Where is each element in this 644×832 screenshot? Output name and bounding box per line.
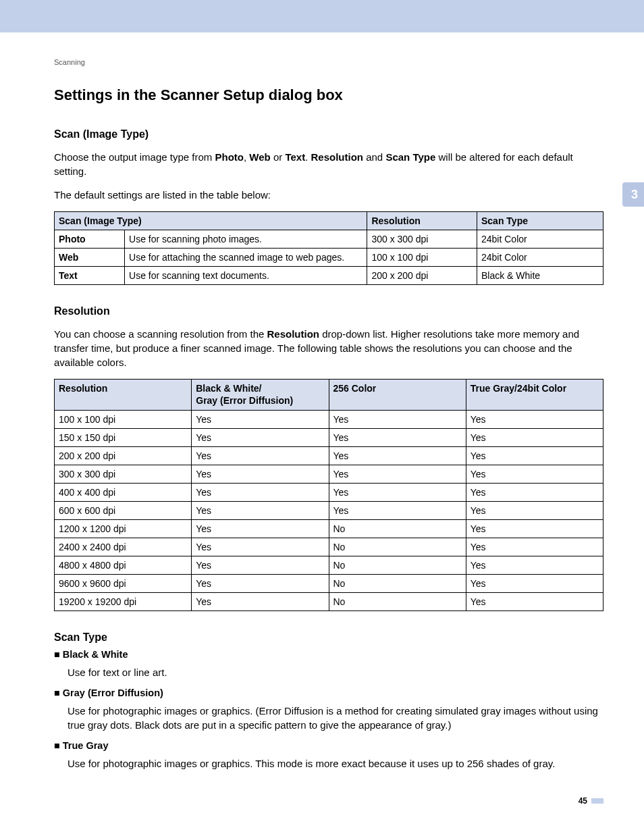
header-bar bbox=[0, 0, 644, 32]
cell: 4800 x 4800 dpi bbox=[55, 556, 192, 575]
text: Choose the output image type from bbox=[54, 151, 215, 163]
cell: Yes bbox=[466, 593, 603, 611]
page-title: Settings in the Scanner Setup dialog box bbox=[54, 86, 603, 104]
table-row: Text Use for scanning text documents. 20… bbox=[55, 267, 603, 285]
text-bold: Resolution bbox=[311, 151, 364, 163]
list-item: Black & WhiteUse for text or line art. bbox=[54, 649, 603, 679]
cell: 100 x 100 dpi bbox=[55, 411, 192, 429]
text: or bbox=[271, 151, 286, 163]
cell: No bbox=[329, 556, 466, 575]
th-bw-gray: Black & White/ Gray (Error Diffusion) bbox=[192, 380, 329, 411]
cell: 24bit Color bbox=[477, 230, 603, 249]
cell: Yes bbox=[329, 447, 466, 465]
scan-type-list: Black & WhiteUse for text or line art.Gr… bbox=[54, 649, 603, 771]
th-resolution: Resolution bbox=[55, 380, 192, 411]
cell: Yes bbox=[329, 429, 466, 447]
table-row: Web Use for attaching the scanned image … bbox=[55, 249, 603, 267]
cell: Yes bbox=[329, 465, 466, 484]
table-row: 4800 x 4800 dpiYesNoYes bbox=[55, 556, 603, 575]
text: and bbox=[363, 151, 385, 163]
cell: Yes bbox=[192, 575, 329, 593]
text-bold: Text bbox=[285, 151, 305, 163]
cell: Yes bbox=[192, 502, 329, 520]
cell: 1200 x 1200 dpi bbox=[55, 520, 192, 538]
cell: No bbox=[329, 538, 466, 556]
cell: Black & White bbox=[477, 267, 603, 285]
table-row: 600 x 600 dpiYesYesYes bbox=[55, 502, 603, 520]
cell: Yes bbox=[329, 502, 466, 520]
table-row: 1200 x 1200 dpiYesNoYes bbox=[55, 520, 603, 538]
cell: Yes bbox=[466, 520, 603, 538]
page-number: 45 bbox=[579, 796, 587, 806]
cell: 24bit Color bbox=[477, 249, 603, 267]
cell: Yes bbox=[192, 593, 329, 611]
table-row: 200 x 200 dpiYesYesYes bbox=[55, 447, 603, 465]
cell: Text bbox=[55, 267, 125, 285]
list-item-label: True Gray bbox=[54, 740, 603, 751]
cell: Yes bbox=[466, 538, 603, 556]
chapter-tab: 3 bbox=[622, 182, 644, 207]
scan-image-type-intro-1: Choose the output image type from Photo,… bbox=[54, 150, 603, 178]
table-row: Photo Use for scanning photo images. 300… bbox=[55, 230, 603, 249]
cell: Yes bbox=[466, 484, 603, 502]
cell: 200 x 200 dpi bbox=[367, 267, 477, 285]
text: Gray (Error Diffusion) bbox=[196, 395, 293, 406]
cell: 300 x 300 dpi bbox=[55, 465, 192, 484]
cell: Use for attaching the scanned image to w… bbox=[125, 249, 367, 267]
text-bold: Photo bbox=[215, 151, 244, 163]
cell: Web bbox=[55, 249, 125, 267]
cell: Yes bbox=[329, 484, 466, 502]
resolution-intro: You can choose a scanning resolution fro… bbox=[54, 327, 603, 369]
cell: Yes bbox=[466, 502, 603, 520]
cell: 2400 x 2400 dpi bbox=[55, 538, 192, 556]
page-number-mark-icon bbox=[591, 798, 603, 804]
cell: Yes bbox=[192, 447, 329, 465]
table-row: 2400 x 2400 dpiYesNoYes bbox=[55, 538, 603, 556]
text: You can choose a scanning resolution fro… bbox=[54, 328, 267, 340]
cell: Use for scanning text documents. bbox=[125, 267, 367, 285]
table-row: 9600 x 9600 dpiYesNoYes bbox=[55, 575, 603, 593]
cell: Yes bbox=[466, 575, 603, 593]
th-resolution: Resolution bbox=[367, 212, 477, 230]
list-item-label: Black & White bbox=[54, 649, 603, 660]
section-scan-type-heading: Scan Type bbox=[54, 631, 603, 644]
text: Black & White/ bbox=[196, 383, 261, 394]
cell: 600 x 600 dpi bbox=[55, 502, 192, 520]
cell: Use for scanning photo images. bbox=[125, 230, 367, 249]
cell: Yes bbox=[329, 411, 466, 429]
section-resolution-heading: Resolution bbox=[54, 305, 603, 317]
cell: Yes bbox=[192, 484, 329, 502]
cell: Photo bbox=[55, 230, 125, 249]
text-bold: Resolution bbox=[267, 328, 319, 340]
scan-image-type-table: Scan (Image Type) Resolution Scan Type P… bbox=[54, 211, 603, 285]
cell: Yes bbox=[466, 411, 603, 429]
table-header-row: Resolution Black & White/ Gray (Error Di… bbox=[55, 380, 603, 411]
cell: 300 x 300 dpi bbox=[367, 230, 477, 249]
cell: 19200 x 19200 dpi bbox=[55, 593, 192, 611]
section-scan-image-type-heading: Scan (Image Type) bbox=[54, 128, 603, 140]
text-bold: Scan Type bbox=[385, 151, 435, 163]
cell: Yes bbox=[466, 465, 603, 484]
text: . bbox=[305, 151, 311, 163]
table-row: 300 x 300 dpiYesYesYes bbox=[55, 465, 603, 484]
cell: No bbox=[329, 575, 466, 593]
cell: Yes bbox=[466, 447, 603, 465]
cell: No bbox=[329, 593, 466, 611]
list-item-desc: Use for photographic images or graphics.… bbox=[68, 704, 603, 732]
list-item-label: Gray (Error Diffusion) bbox=[54, 687, 603, 698]
table-row: 19200 x 19200 dpiYesNoYes bbox=[55, 593, 603, 611]
cell: Yes bbox=[192, 429, 329, 447]
table-row: 400 x 400 dpiYesYesYes bbox=[55, 484, 603, 502]
th-scan-image-type: Scan (Image Type) bbox=[55, 212, 367, 230]
page-number-wrap: 45 bbox=[579, 796, 603, 806]
text-bold: Web bbox=[249, 151, 270, 163]
list-item-desc: Use for photographic images or graphics.… bbox=[68, 756, 603, 771]
scan-image-type-intro-2: The default settings are listed in the t… bbox=[54, 188, 603, 202]
cell: 200 x 200 dpi bbox=[55, 447, 192, 465]
th-true-gray-24bit: True Gray/24bit Color bbox=[466, 380, 603, 411]
cell: Yes bbox=[466, 556, 603, 575]
cell: Yes bbox=[466, 429, 603, 447]
cell: Yes bbox=[192, 520, 329, 538]
cell: Yes bbox=[192, 465, 329, 484]
breadcrumb: Scanning bbox=[54, 58, 603, 66]
